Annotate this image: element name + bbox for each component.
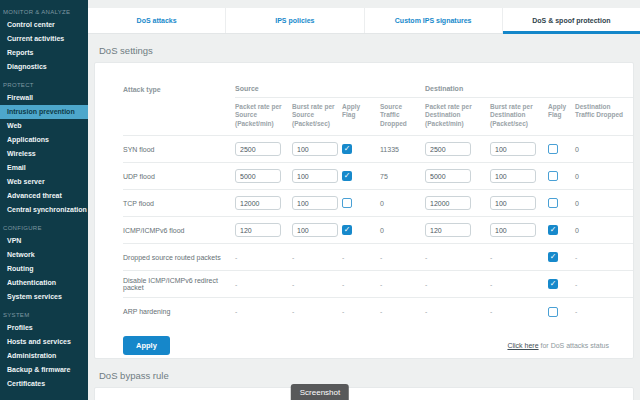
cell-dropped-source-routed-packets-dst-burst: - xyxy=(490,244,548,271)
tab-dos-spoof-protection[interactable]: DoS & spoof protection xyxy=(503,8,640,33)
tab-custom-ips-signatures[interactable]: Custom IPS signatures xyxy=(365,8,503,33)
sidebar-item-system-services[interactable]: System services xyxy=(0,290,88,304)
input-icmp-icmpv6-flood-src-rate[interactable] xyxy=(235,223,281,237)
input-icmp-icmpv6-flood-dst-burst[interactable] xyxy=(490,223,536,237)
tab-ips-policies[interactable]: IPS policies xyxy=(226,8,364,33)
checkbox-arp-hardening-dst-flag-unchecked[interactable] xyxy=(548,307,558,317)
screenshot-tooltip: Screenshot xyxy=(291,384,349,400)
column-header-dst-burst: Burst rate per Destination (Packet/sec) xyxy=(490,98,548,136)
sidebar-item-central-synchronization[interactable]: Central synchronization xyxy=(0,203,88,217)
input-icmp-icmpv6-flood-src-burst[interactable] xyxy=(292,223,338,237)
sidebar-item-administration[interactable]: Administration xyxy=(0,349,88,363)
checkbox-syn-flood-src-flag-checked[interactable] xyxy=(342,144,352,154)
input-syn-flood-dst-rate[interactable] xyxy=(425,142,471,156)
checkbox-icmp-icmpv6-flood-src-flag-checked[interactable] xyxy=(342,225,352,235)
input-udp-flood-src-burst[interactable] xyxy=(292,169,338,183)
cell-arp-hardening-dst-dropped: - xyxy=(575,298,633,325)
sidebar-item-wireless[interactable]: Wireless xyxy=(0,147,88,161)
table-row-dropped-source-routed-packets: Dropped source routed packets------- xyxy=(123,244,633,271)
input-tcp-flood-src-burst[interactable] xyxy=(292,196,338,210)
sidebar-item-authentication[interactable]: Authentication xyxy=(0,276,88,290)
checkbox-syn-flood-dst-flag-unchecked[interactable] xyxy=(548,144,558,154)
input-syn-flood-dst-burst[interactable] xyxy=(490,142,536,156)
tab-dos-attacks[interactable]: DoS attacks xyxy=(88,8,226,33)
sidebar-item-vpn[interactable]: VPN xyxy=(0,234,88,248)
group-header-source: Source xyxy=(235,85,425,98)
sidebar-item-routing[interactable]: Routing xyxy=(0,262,88,276)
sidebar-item-profiles[interactable]: Profiles xyxy=(0,321,88,335)
cell-disable-icmp-icmpv6-redirect-packet-dst-dropped: - xyxy=(575,271,633,298)
sidebar-item-intrusion-prevention[interactable]: Intrusion prevention xyxy=(0,105,88,119)
sidebar-item-diagnostics[interactable]: Diagnostics xyxy=(0,60,88,74)
sidebar-item-web[interactable]: Web xyxy=(0,119,88,133)
dos-settings-card: Attack typeSourceDestinationPacket rate … xyxy=(94,62,634,359)
table-row-icmp-icmpv6-flood: ICMP/ICMPv6 flood00 xyxy=(123,217,633,244)
checkbox-disable-icmp-icmpv6-redirect-packet-dst-flag-checked[interactable] xyxy=(548,279,558,289)
group-header-destination: Destination xyxy=(425,85,633,98)
dos-attacks-status-link[interactable]: Click here xyxy=(507,342,538,349)
sidebar-item-web-server[interactable]: Web server xyxy=(0,175,88,189)
attack-type-label: TCP flood xyxy=(123,190,235,217)
cell-arp-hardening-dst-burst: - xyxy=(490,298,548,325)
checkbox-tcp-flood-src-flag-unchecked[interactable] xyxy=(342,198,352,208)
attack-type-label: UDP flood xyxy=(123,163,235,190)
sidebar-section-header-monitor-analyze: MONITOR & ANALYZE xyxy=(3,9,88,15)
sidebar-item-hosts-and-services[interactable]: Hosts and services xyxy=(0,335,88,349)
input-udp-flood-dst-burst[interactable] xyxy=(490,169,536,183)
input-udp-flood-src-rate[interactable] xyxy=(235,169,281,183)
sidebar-item-firewall[interactable]: Firewall xyxy=(0,91,88,105)
cell-arp-hardening-src-burst: - xyxy=(292,298,342,325)
sidebar-item-email[interactable]: Email xyxy=(0,161,88,175)
input-tcp-flood-dst-rate[interactable] xyxy=(425,196,471,210)
apply-button[interactable]: Apply xyxy=(123,336,170,355)
cell-disable-icmp-icmpv6-redirect-packet-dst-burst: - xyxy=(490,271,548,298)
sidebar-item-reports[interactable]: Reports xyxy=(0,46,88,60)
sidebar-item-advanced-threat[interactable]: Advanced threat xyxy=(0,189,88,203)
dos-settings-table: Attack typeSourceDestinationPacket rate … xyxy=(123,85,633,325)
cell-syn-flood-dst-dropped: 0 xyxy=(575,136,633,163)
tab-bar: DoS attacksIPS policiesCustom IPS signat… xyxy=(88,8,640,34)
cell-dropped-source-routed-packets-src-rate: - xyxy=(235,244,292,271)
sidebar-item-network[interactable]: Network xyxy=(0,248,88,262)
sidebar-item-certificates[interactable]: Certificates xyxy=(0,377,88,391)
cell-dropped-source-routed-packets-dst-dropped: - xyxy=(575,244,633,271)
checkbox-dropped-source-routed-packets-dst-flag-checked[interactable] xyxy=(548,252,558,262)
cell-arp-hardening-dst-rate: - xyxy=(425,298,490,325)
column-header-attack-type: Attack type xyxy=(123,85,235,136)
cell-arp-hardening-src-dropped: - xyxy=(380,298,425,325)
checkbox-tcp-flood-dst-flag-unchecked[interactable] xyxy=(548,198,558,208)
checkbox-icmp-icmpv6-flood-dst-flag-checked[interactable] xyxy=(548,225,558,235)
input-tcp-flood-src-rate[interactable] xyxy=(235,196,281,210)
sidebar-item-control-center[interactable]: Control center xyxy=(0,18,88,32)
column-header-src-rate: Packet rate per Source (Packet/min) xyxy=(235,98,292,136)
checkbox-udp-flood-dst-flag-unchecked[interactable] xyxy=(548,171,558,181)
cell-syn-flood-src-dropped: 11335 xyxy=(380,136,425,163)
column-header-dst-dropped: Destination Traffic Dropped xyxy=(575,98,633,136)
sidebar-section-header-system: SYSTEM xyxy=(3,312,88,318)
dos-settings-footer: Apply Click here for DoS attacks status xyxy=(123,336,627,355)
column-header-dst-flag: Apply Flag xyxy=(548,98,575,136)
dos-bypass-rule-title: DoS bypass rule xyxy=(99,370,634,381)
input-syn-flood-src-burst[interactable] xyxy=(292,142,338,156)
cell-icmp-icmpv6-flood-dst-dropped: 0 xyxy=(575,217,633,244)
input-syn-flood-src-rate[interactable] xyxy=(235,142,281,156)
cell-arp-hardening-src-flag: - xyxy=(342,298,380,325)
column-header-dst-rate: Packet rate per Destination (Packet/min) xyxy=(425,98,490,136)
cell-tcp-flood-dst-dropped: 0 xyxy=(575,190,633,217)
checkbox-udp-flood-src-flag-checked[interactable] xyxy=(342,171,352,181)
input-tcp-flood-dst-burst[interactable] xyxy=(490,196,536,210)
sidebar-item-applications[interactable]: Applications xyxy=(0,133,88,147)
column-header-src-dropped: Source Traffic Dropped xyxy=(380,98,425,136)
cell-dropped-source-routed-packets-src-burst: - xyxy=(292,244,342,271)
table-row-disable-icmp-icmpv6-redirect-packet: Disable ICMP/ICMPv6 redirect packet-----… xyxy=(123,271,633,298)
cell-disable-icmp-icmpv6-redirect-packet-src-rate: - xyxy=(235,271,292,298)
sidebar-item-current-activities[interactable]: Current activities xyxy=(0,32,88,46)
input-icmp-icmpv6-flood-dst-rate[interactable] xyxy=(425,223,471,237)
table-row-arp-hardening: ARP hardening------- xyxy=(123,298,633,325)
table-row-tcp-flood: TCP flood00 xyxy=(123,190,633,217)
input-udp-flood-dst-rate[interactable] xyxy=(425,169,471,183)
cell-arp-hardening-src-rate: - xyxy=(235,298,292,325)
sidebar-item-backup-firmware[interactable]: Backup & firmware xyxy=(0,363,88,377)
cell-dropped-source-routed-packets-dst-rate: - xyxy=(425,244,490,271)
cell-udp-flood-src-dropped: 75 xyxy=(380,163,425,190)
